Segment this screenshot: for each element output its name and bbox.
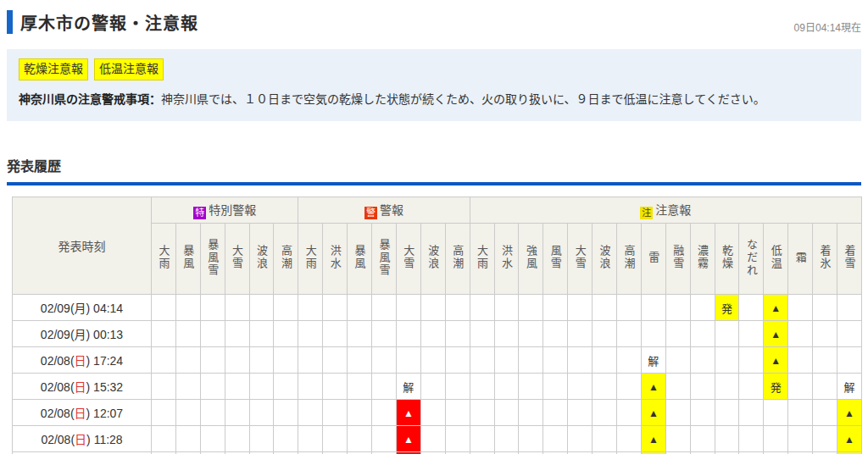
status-cell [175, 347, 200, 374]
status-cell: 解 [837, 374, 862, 400]
column-header: 着雪 [837, 224, 862, 295]
status-cell [593, 426, 617, 452]
status-cell [543, 321, 568, 347]
column-header-label: 高潮 [452, 245, 463, 270]
sunday-marker: 日 [75, 380, 86, 394]
status-cell [715, 400, 739, 426]
status-cell: 解 [396, 374, 420, 400]
column-header-label: 大雨 [158, 245, 169, 270]
column-header: 大雨 [470, 224, 494, 295]
status-cell [494, 347, 519, 374]
issued-mark: 発 [771, 381, 782, 394]
status-cell [225, 347, 249, 374]
status-cell [348, 374, 372, 400]
table-row: 02/08(日) 15:32解▲発解 [13, 374, 862, 400]
group-label: 注意報 [655, 203, 691, 217]
status-cell [200, 347, 225, 374]
status-cell [200, 321, 225, 347]
status-cell [274, 374, 298, 400]
status-cell [152, 400, 176, 426]
status-cell [420, 374, 445, 400]
cleared-mark: 解 [843, 381, 854, 394]
status-cell: 発 [715, 295, 739, 321]
status-cell [348, 295, 372, 321]
sunday-marker: 日 [75, 433, 86, 446]
status-cell [396, 295, 420, 321]
status-cell [519, 426, 543, 452]
status-cell: ▲ [837, 426, 862, 452]
status-cell [298, 426, 323, 452]
column-header-label: 着雪 [843, 245, 854, 270]
upgrade-mark: ▲ [648, 381, 659, 393]
column-header: 波浪 [593, 224, 617, 295]
column-header: 着氷 [813, 224, 837, 295]
status-cell [152, 321, 176, 347]
advisory-type-icon: 注 [640, 207, 653, 219]
status-cell [494, 374, 519, 400]
upgrade-mark: ▲ [771, 329, 781, 340]
announce-time: 02/08(日) 15:32 [13, 374, 152, 400]
advisory-badge: 低温注意報 [94, 58, 164, 80]
column-header-label: 波浪 [256, 245, 267, 270]
status-cell [593, 400, 617, 426]
history-heading: 発表履歴 [7, 155, 861, 175]
status-cell [396, 321, 420, 347]
status-cell [470, 295, 494, 321]
status-cell [225, 400, 249, 426]
notice-label: 神奈川県の注意警戒事項： [19, 92, 161, 106]
status-cell [372, 374, 397, 400]
status-cell [470, 374, 494, 400]
column-header-label: 暴風 [354, 245, 365, 270]
group-header-advisory: 注注意報 [470, 197, 861, 224]
status-cell [298, 321, 323, 347]
upgrade-mark: ▲ [648, 407, 659, 419]
status-cell [593, 295, 617, 321]
column-header-label: 濃霧 [697, 245, 708, 270]
status-cell [348, 426, 372, 452]
column-header-label: 大雪 [231, 245, 242, 270]
column-header: 大雪 [568, 224, 593, 295]
column-header-label: 大雪 [575, 245, 586, 270]
column-header-label: 風雪 [550, 245, 561, 270]
column-header: 雷 [641, 224, 665, 295]
status-cell [665, 321, 690, 347]
column-header-label: 着氷 [820, 245, 831, 270]
status-cell [298, 347, 323, 374]
status-cell [837, 347, 862, 374]
status-cell [445, 426, 470, 452]
status-cell [519, 374, 543, 400]
column-header: 大雨 [152, 224, 176, 295]
column-header-label: 波浪 [599, 245, 610, 270]
status-cell [249, 426, 274, 452]
status-cell [788, 321, 813, 347]
status-cell [249, 400, 274, 426]
status-cell [739, 400, 764, 426]
status-cell [152, 295, 176, 321]
column-header-label: 暴風雪 [378, 239, 389, 277]
status-cell [788, 400, 813, 426]
announce-time: 02/08(日) 17:24 [13, 347, 152, 374]
status-cell [690, 295, 715, 321]
announce-time: 02/08(日) 12:07 [13, 400, 152, 426]
column-header-label: 洪水 [330, 245, 341, 270]
column-header-label: なだれ [746, 239, 757, 277]
status-cell [372, 400, 397, 426]
status-cell [715, 374, 739, 400]
announce-time: 02/09(月) 04:14 [13, 295, 152, 321]
status-cell [813, 295, 837, 321]
upgrade-mark: ▲ [844, 407, 854, 419]
status-cell [348, 321, 372, 347]
status-cell [298, 374, 323, 400]
status-cell: ▲ [396, 400, 420, 426]
title-accent-bar [7, 10, 13, 34]
status-cell [323, 295, 348, 321]
status-cell [323, 347, 348, 374]
status-cell [837, 295, 862, 321]
status-cell [568, 347, 593, 374]
status-cell [641, 321, 665, 347]
status-cell [420, 400, 445, 426]
table-row: 02/08(日) 17:24解▲ [13, 347, 862, 374]
status-cell [298, 295, 323, 321]
status-cell: ▲ [396, 426, 420, 452]
table-head: 発表時刻特特別警報警警報注注意報大雨暴風暴風雪大雪波浪高潮大雨洪水暴風暴風雪大雪… [13, 197, 862, 295]
